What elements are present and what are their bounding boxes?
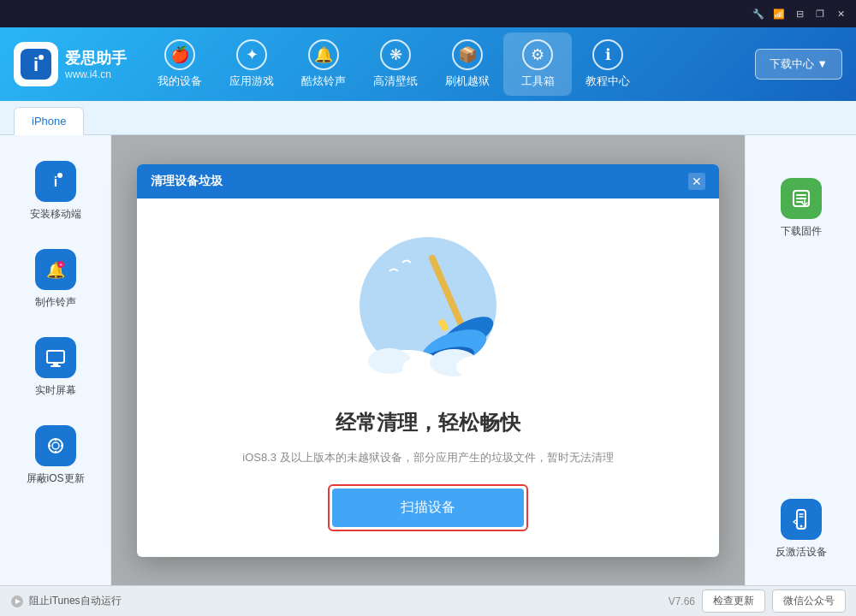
- svg-rect-34: [789, 507, 813, 531]
- modal-illustration: [342, 224, 514, 395]
- realtime-screen-icon: [35, 337, 76, 378]
- left-sidebar: i 安装移动端 🔔 + 制作铃声: [0, 135, 111, 585]
- download-firmware-icon: [781, 178, 822, 219]
- block-ios-icon: [35, 425, 76, 466]
- svg-point-31: [456, 356, 494, 378]
- nav-label-toolbox: 工具箱: [521, 74, 555, 89]
- center-area: 清理设备垃圾 ✕: [111, 135, 745, 585]
- modal-subtext: iOS8.3 及以上版本的未越狱设备，部分应用产生的垃圾文件，暂时无法清理: [242, 450, 613, 465]
- modal-close-button[interactable]: ✕: [688, 173, 705, 190]
- close-button[interactable]: ✕: [832, 5, 849, 22]
- nav-icon-toolbox: ⚙: [522, 39, 553, 70]
- tab-bar: iPhone: [0, 101, 856, 135]
- logo-title: 爱思助手: [65, 48, 127, 68]
- nav-label-ringtone: 酷炫铃声: [301, 74, 346, 89]
- nav-label-my-device: 我的设备: [158, 74, 202, 89]
- sidebar-item-install-app[interactable]: i 安装移动端: [13, 152, 98, 230]
- right-sidebar-item-download-firmware[interactable]: 下载固件: [758, 169, 844, 247]
- right-sidebar-item-deactivate[interactable]: 反激活设备: [758, 490, 844, 568]
- title-bar-controls: 🔧 📶 ⊟ ❐ ✕: [750, 5, 849, 22]
- nav-label-jailbreak: 刷机越狱: [445, 74, 490, 89]
- install-app-label: 安装移动端: [30, 207, 81, 222]
- install-app-icon: i: [35, 161, 76, 202]
- svg-text:i: i: [33, 54, 39, 75]
- logo-text: 爱思助手 www.i4.cn: [65, 48, 127, 80]
- itunes-icon: [10, 595, 24, 608]
- restore-button[interactable]: ❐: [811, 5, 829, 22]
- bottom-right: V7.66 检查更新 微信公众号: [669, 589, 846, 613]
- deactivate-icon: [781, 499, 822, 540]
- titlebar-icon-settings: 🔧: [750, 5, 767, 22]
- nav-items: 🍎 我的设备 ✦ 应用游戏 🔔 酷炫铃声 ❋ 高清壁纸 📦 刷机越狱 ⚙ 工具箱…: [144, 33, 755, 96]
- scan-device-button[interactable]: 扫描设备: [332, 489, 524, 527]
- svg-rect-14: [44, 434, 68, 458]
- modal-heading: 经常清理，轻松畅快: [336, 409, 520, 436]
- nav-ringtone[interactable]: 🔔 酷炫铃声: [288, 33, 360, 96]
- main-content: i 安装移动端 🔔 + 制作铃声: [0, 135, 856, 585]
- nav-icon-wallpaper: ❋: [380, 39, 411, 70]
- itunes-label: 阻止iTunes自动运行: [29, 594, 122, 608]
- scan-btn-wrapper: 扫描设备: [328, 484, 528, 531]
- nav-tutorial[interactable]: ℹ 教程中心: [572, 33, 644, 96]
- nav-icon-ringtone: 🔔: [308, 39, 339, 70]
- nav-icon-tutorial: ℹ: [592, 39, 623, 70]
- bottom-left: 阻止iTunes自动运行: [10, 594, 122, 608]
- sidebar-item-make-ringtone[interactable]: 🔔 + 制作铃声: [13, 240, 98, 318]
- block-ios-label: 屏蔽iOS更新: [27, 471, 85, 486]
- sidebar-item-block-ios[interactable]: 屏蔽iOS更新: [13, 417, 98, 495]
- header: i 爱思助手 www.i4.cn 🍎 我的设备 ✦ 应用游戏 🔔 酷炫铃声 ❋ …: [0, 27, 856, 101]
- minimize-button[interactable]: ⊟: [791, 5, 808, 22]
- bottom-bar: 阻止iTunes自动运行 V7.66 检查更新 微信公众号: [0, 585, 856, 616]
- svg-text:+: +: [58, 262, 62, 268]
- nav-toolbox[interactable]: ⚙ 工具箱: [503, 33, 572, 96]
- make-ringtone-icon: 🔔 +: [35, 249, 76, 290]
- nav-label-app-games: 应用游戏: [229, 74, 274, 89]
- svg-point-2: [39, 55, 44, 60]
- tab-iphone[interactable]: iPhone: [14, 107, 84, 135]
- modal-header: 清理设备垃圾 ✕: [137, 164, 719, 198]
- modal-body: 经常清理，轻松畅快 iOS8.3 及以上版本的未越狱设备，部分应用产生的垃圾文件…: [137, 198, 719, 557]
- version-text: V7.66: [669, 595, 695, 607]
- title-bar: 🔧 📶 ⊟ ❐ ✕: [0, 0, 856, 27]
- nav-icon-my-device: 🍎: [164, 39, 195, 70]
- nav-label-tutorial: 教程中心: [586, 74, 630, 89]
- nav-my-device[interactable]: 🍎 我的设备: [144, 33, 216, 96]
- modal-overlay: 清理设备垃圾 ✕: [111, 135, 745, 585]
- realtime-screen-label: 实时屏幕: [35, 383, 76, 398]
- nav-jailbreak[interactable]: 📦 刷机越狱: [431, 33, 503, 96]
- make-ringtone-label: 制作铃声: [35, 295, 76, 310]
- clean-device-modal: 清理设备垃圾 ✕: [137, 164, 719, 557]
- logo-area: i 爱思助手 www.i4.cn: [14, 42, 127, 86]
- sidebar-item-realtime-screen[interactable]: 实时屏幕: [13, 329, 98, 406]
- nav-app-games[interactable]: ✦ 应用游戏: [216, 33, 288, 96]
- deactivate-label: 反激活设备: [776, 545, 827, 560]
- svg-text:i: i: [53, 175, 56, 189]
- svg-point-36: [800, 525, 802, 528]
- logo-icon: i: [14, 42, 58, 86]
- titlebar-icon-extra: 📶: [770, 5, 788, 22]
- download-firmware-label: 下载固件: [781, 224, 822, 239]
- modal-title: 清理设备垃圾: [151, 174, 223, 189]
- right-sidebar: 下载固件 反激活设备: [745, 135, 856, 585]
- svg-point-5: [57, 173, 62, 178]
- svg-rect-13: [51, 365, 61, 367]
- nav-label-wallpaper: 高清壁纸: [373, 74, 418, 89]
- wechat-public-button[interactable]: 微信公众号: [772, 589, 846, 613]
- svg-rect-12: [53, 363, 58, 365]
- logo-subtitle: www.i4.cn: [65, 68, 127, 80]
- nav-wallpaper[interactable]: ❋ 高清壁纸: [360, 33, 431, 96]
- nav-icon-app-games: ✦: [236, 39, 267, 70]
- download-center-button[interactable]: 下载中心 ▼: [755, 49, 842, 80]
- check-update-button[interactable]: 检查更新: [702, 589, 765, 613]
- nav-icon-jailbreak: 📦: [452, 39, 483, 70]
